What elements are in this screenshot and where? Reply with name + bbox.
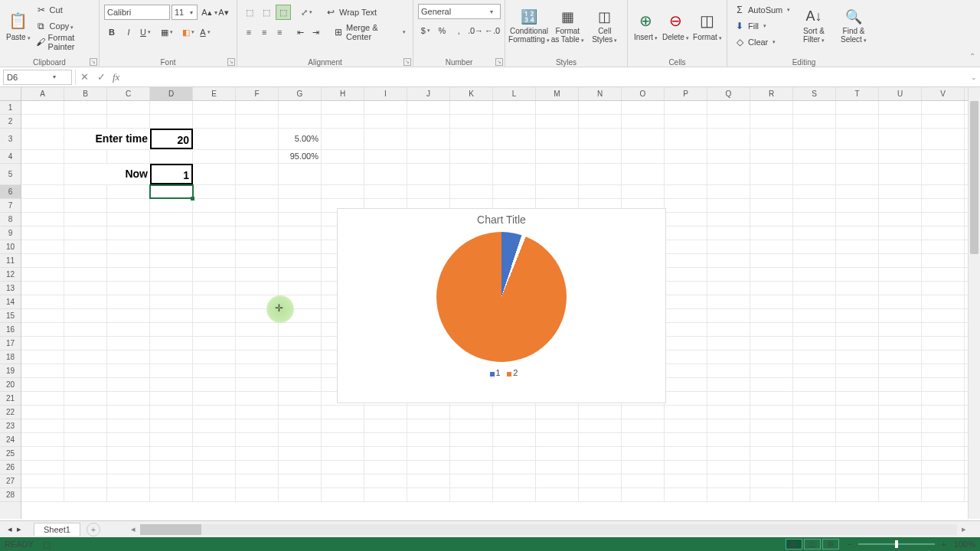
cell-I27[interactable]	[364, 474, 407, 487]
cell-Q4[interactable]	[707, 150, 750, 163]
cell-D27[interactable]	[150, 474, 193, 487]
cell-M25[interactable]	[536, 447, 579, 460]
cell-U1[interactable]	[879, 101, 922, 114]
cell-N4[interactable]	[579, 150, 622, 163]
cell-I26[interactable]	[364, 461, 407, 474]
cell-N3[interactable]	[579, 129, 622, 149]
row-header-19[interactable]: 19	[0, 364, 21, 378]
dialog-launcher-icon[interactable]: ↘	[227, 58, 235, 66]
cell-C13[interactable]	[107, 282, 150, 295]
cell-styles-button[interactable]: ◫Cell Styles	[587, 7, 623, 46]
cell-V5[interactable]	[922, 164, 965, 184]
cell-S3[interactable]	[793, 129, 836, 149]
cell-D15[interactable]	[150, 309, 193, 322]
cell-F10[interactable]	[236, 240, 279, 253]
row-header-21[interactable]: 21	[0, 392, 21, 406]
cell-F23[interactable]	[236, 419, 279, 432]
cell-E3[interactable]	[193, 129, 236, 149]
cell-T22[interactable]	[836, 406, 879, 419]
cell-T14[interactable]	[836, 295, 879, 308]
cell-O28[interactable]	[622, 488, 665, 501]
cell-N2[interactable]	[579, 115, 622, 128]
scrollbar-thumb[interactable]	[140, 524, 201, 535]
cell-V21[interactable]	[922, 392, 965, 405]
cell-Q12[interactable]	[707, 268, 750, 281]
column-header-T[interactable]: T	[836, 87, 879, 100]
fill-button[interactable]: ⬇Fill	[732, 19, 793, 33]
dialog-launcher-icon[interactable]: ↘	[90, 58, 97, 66]
cell-U16[interactable]	[879, 323, 922, 336]
cell-P23[interactable]	[665, 419, 707, 432]
cell-J26[interactable]	[407, 461, 450, 474]
cell-F4[interactable]	[236, 150, 279, 163]
cell-R1[interactable]	[750, 101, 793, 114]
cell-F9[interactable]	[236, 227, 279, 240]
row-header-1[interactable]: 1	[0, 101, 21, 115]
cell-I23[interactable]	[364, 419, 407, 432]
cell-F18[interactable]	[236, 350, 279, 364]
conditional-formatting-button[interactable]: 🔢Conditional Formatting	[510, 7, 548, 46]
cell-J22[interactable]	[407, 406, 450, 419]
cell-G8[interactable]	[279, 213, 322, 226]
cell-E20[interactable]	[193, 378, 236, 391]
wrap-text-button[interactable]: ↩Wrap Text	[323, 5, 379, 19]
name-box[interactable]: ▾	[3, 70, 72, 85]
cell-B6[interactable]	[64, 185, 107, 198]
format-painter-button[interactable]: 🖌Format Painter	[34, 35, 94, 49]
format-as-table-button[interactable]: ▦Format as Table	[550, 7, 586, 46]
cell-Q7[interactable]	[707, 199, 750, 212]
cell-E7[interactable]	[193, 199, 236, 212]
cell-C17[interactable]	[107, 337, 150, 350]
cell-V19[interactable]	[922, 364, 965, 377]
cell-R16[interactable]	[750, 323, 793, 336]
cell-Q11[interactable]	[707, 254, 750, 267]
cell-V6[interactable]	[922, 185, 965, 198]
column-header-N[interactable]: N	[579, 87, 622, 100]
cell-V17[interactable]	[922, 337, 965, 350]
cell-N1[interactable]	[579, 101, 622, 114]
cell-A28[interactable]	[21, 488, 64, 501]
cell-U20[interactable]	[879, 378, 922, 391]
cell-G3[interactable]: 5.00%	[279, 129, 322, 149]
format-button[interactable]: ◫Format	[692, 8, 723, 44]
cell-R18[interactable]	[750, 350, 793, 364]
cell-A10[interactable]	[21, 240, 64, 253]
cell-A1[interactable]	[21, 101, 64, 114]
cell-T5[interactable]	[836, 164, 879, 184]
cell-Q21[interactable]	[707, 392, 750, 405]
cell-L27[interactable]	[493, 474, 536, 487]
cell-S18[interactable]	[793, 350, 836, 364]
cell-D16[interactable]	[150, 323, 193, 336]
cell-L5[interactable]	[493, 164, 536, 184]
cell-R9[interactable]	[750, 227, 793, 240]
horizontal-scrollbar[interactable]: ◂ ▸	[131, 524, 966, 535]
cell-A7[interactable]	[21, 199, 64, 212]
cell-O5[interactable]	[622, 164, 665, 184]
cell-T11[interactable]	[836, 254, 879, 267]
cell-Q18[interactable]	[707, 350, 750, 364]
cell-F2[interactable]	[236, 115, 279, 128]
cell-L6[interactable]	[493, 185, 536, 198]
cell-J4[interactable]	[407, 150, 450, 163]
cell-C16[interactable]	[107, 323, 150, 336]
cell-F17[interactable]	[236, 337, 279, 350]
cell-Q20[interactable]	[707, 378, 750, 391]
cell-U11[interactable]	[879, 254, 922, 267]
cell-K2[interactable]	[450, 115, 493, 128]
cell-S23[interactable]	[793, 419, 836, 432]
cell-P25[interactable]	[665, 447, 707, 460]
underline-button[interactable]: U	[138, 24, 153, 40]
cell-T15[interactable]	[836, 309, 879, 322]
cell-D14[interactable]	[150, 295, 193, 308]
row-header-4[interactable]: 4	[0, 150, 21, 164]
cell-H1[interactable]	[322, 101, 364, 114]
dialog-launcher-icon[interactable]: ↘	[495, 58, 503, 66]
cell-H23[interactable]	[322, 419, 364, 432]
cell-U13[interactable]	[879, 282, 922, 295]
cell-F1[interactable]	[236, 101, 279, 114]
chevron-down-icon[interactable]: ▾	[53, 73, 56, 80]
cell-R11[interactable]	[750, 254, 793, 267]
align-bottom-icon[interactable]: ⬚	[276, 5, 291, 20]
cell-M24[interactable]	[536, 433, 579, 446]
cell-C6[interactable]	[107, 185, 150, 198]
